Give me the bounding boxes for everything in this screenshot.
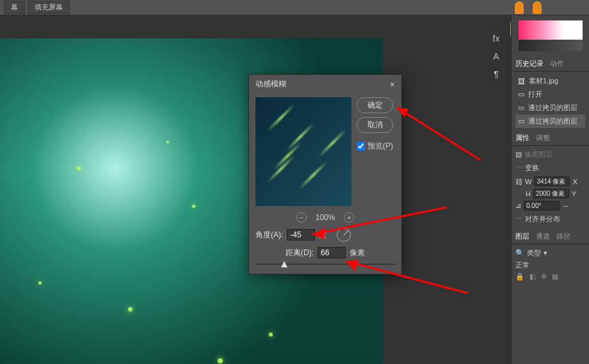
angle-unit: 度 bbox=[319, 230, 327, 241]
tab-channels[interactable]: 通道 bbox=[536, 232, 550, 241]
rotation-input[interactable] bbox=[524, 201, 560, 210]
paragraph-icon[interactable]: ¶ bbox=[494, 69, 499, 79]
transform-header: 变换 bbox=[525, 163, 539, 173]
zoom-in-icon[interactable]: + bbox=[344, 212, 354, 223]
tab-properties[interactable]: 属性 bbox=[515, 133, 529, 143]
preview-checkbox-row[interactable]: 预览(P) bbox=[357, 141, 393, 152]
height-input[interactable] bbox=[533, 189, 569, 198]
slider-thumb[interactable] bbox=[281, 261, 287, 267]
distance-unit: 像素 bbox=[350, 248, 365, 258]
dialog-close-button[interactable]: × bbox=[390, 79, 395, 90]
doc-icon: ▭ bbox=[518, 90, 524, 99]
zoom-level: 100% bbox=[316, 213, 335, 222]
pixel-layer-label: 像素图层 bbox=[524, 150, 553, 159]
top-button-1[interactable]: 幕 bbox=[4, 1, 25, 14]
history-panel-tabs: 历史记录 动作 bbox=[512, 56, 589, 71]
angle-label: 角度(A): bbox=[255, 230, 283, 241]
history-item-label: 通过拷贝的图层 bbox=[528, 116, 577, 126]
distance-slider[interactable] bbox=[255, 264, 395, 265]
collapsed-panel-icons: fx A ¶ bbox=[490, 33, 503, 79]
align-header: 对齐并分布 bbox=[525, 214, 560, 224]
angle-icon: ⊿ bbox=[515, 202, 521, 210]
lock-icon[interactable]: 🔒 bbox=[515, 273, 524, 281]
distance-label: 距离(D): bbox=[286, 248, 314, 258]
doc-icon: ▭ bbox=[518, 104, 524, 112]
h-label: H bbox=[526, 190, 531, 198]
cancel-button[interactable]: 取消 bbox=[357, 117, 393, 133]
tab-history[interactable]: 历史记录 bbox=[515, 59, 544, 68]
tab-paths[interactable]: 路径 bbox=[556, 232, 570, 241]
doc-icon: ▭ bbox=[518, 117, 524, 125]
zoom-out-icon[interactable]: − bbox=[296, 212, 307, 223]
properties-panel-tabs: 属性 调整 bbox=[512, 131, 589, 145]
filter-icon[interactable]: 🔍 bbox=[515, 249, 524, 257]
preview-checkbox[interactable] bbox=[357, 142, 365, 150]
x-axis-label: X bbox=[572, 178, 577, 186]
svg-line-0 bbox=[397, 107, 480, 160]
layers-panel-tabs: 图层 通道 路径 bbox=[512, 229, 589, 244]
chevron-down-icon[interactable]: ▾ bbox=[544, 249, 547, 257]
align-section[interactable]: ﹀对齐并分布 bbox=[515, 212, 585, 226]
blur-preview[interactable] bbox=[255, 97, 351, 206]
angle-input[interactable] bbox=[287, 229, 315, 241]
right-panel-stack: 历史记录 动作 🖼素材1.jpg ▭打开 ▭通过拷贝的图层 ▭通过拷贝的图层 属… bbox=[511, 15, 589, 364]
lock-all-icon[interactable]: ▦ bbox=[552, 273, 558, 281]
lock-position-icon[interactable]: ✥ bbox=[541, 273, 547, 281]
history-list: 🖼素材1.jpg ▭打开 ▭通过拷贝的图层 ▭通过拷贝的图层 bbox=[512, 71, 589, 131]
tab-layers[interactable]: 图层 bbox=[515, 232, 529, 241]
color-swatch-panel bbox=[512, 15, 589, 56]
dialog-title: 动感模糊 bbox=[255, 79, 286, 90]
distance-input[interactable] bbox=[318, 247, 346, 258]
tab-adjust[interactable]: 调整 bbox=[536, 133, 550, 143]
motion-blur-dialog: 动感模糊 × 确定 取消 预览(P) − 100% bbox=[248, 74, 402, 274]
blend-mode[interactable]: 正常 bbox=[515, 260, 529, 270]
pixel-layer-icon: ▧ bbox=[515, 150, 522, 159]
flip-h-icon[interactable]: ↔ bbox=[562, 202, 569, 210]
fx-icon[interactable]: fx bbox=[493, 33, 500, 44]
image-thumb-icon: 🖼 bbox=[518, 77, 525, 85]
w-label: W bbox=[525, 178, 531, 186]
top-button-fill-screen[interactable]: 填充屏幕 bbox=[28, 1, 70, 14]
layer-kind-label: 类型 bbox=[527, 248, 541, 258]
history-item[interactable]: ▭通过拷贝的图层 bbox=[515, 101, 585, 115]
history-item[interactable]: 🖼素材1.jpg bbox=[515, 74, 585, 88]
y-axis-label: Y bbox=[572, 190, 576, 198]
history-item-label: 打开 bbox=[528, 90, 542, 99]
color-picker[interactable] bbox=[519, 20, 583, 51]
angle-dial[interactable] bbox=[337, 228, 351, 242]
history-item-label: 通过拷贝的图层 bbox=[528, 103, 577, 113]
history-item[interactable]: ▭通过拷贝的图层 bbox=[515, 115, 585, 128]
history-item-label: 素材1.jpg bbox=[529, 76, 558, 86]
transform-section[interactable]: ﹀变换 bbox=[515, 161, 585, 175]
properties-panel: ▧像素图层 ﹀变换 ⛓ W X H Y ⊿ ↔ ﹀对齐并分布 bbox=[512, 145, 589, 229]
lock-pixels-icon[interactable]: ◧ bbox=[529, 273, 536, 281]
top-options-bar: 幕 填充屏幕 bbox=[0, 0, 589, 15]
link-icon[interactable]: ⛓ bbox=[515, 178, 522, 186]
ok-button[interactable]: 确定 bbox=[357, 97, 393, 113]
width-input[interactable] bbox=[534, 177, 570, 186]
history-item[interactable]: ▭打开 bbox=[515, 88, 585, 101]
text-icon[interactable]: A bbox=[493, 51, 499, 61]
preview-label: 预览(P) bbox=[367, 141, 393, 152]
tab-actions[interactable]: 动作 bbox=[550, 59, 564, 68]
layers-panel: 🔍 类型 ▾ 正常 🔒 ◧ ✥ ▦ bbox=[512, 244, 589, 285]
